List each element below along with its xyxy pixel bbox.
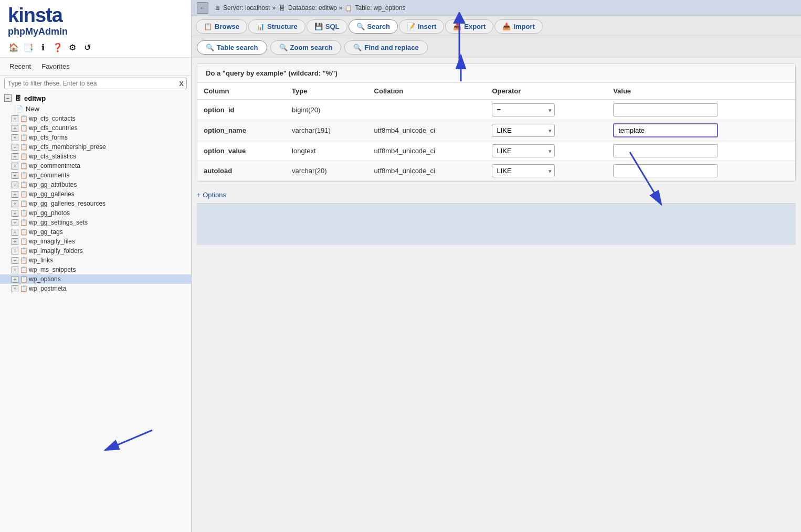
toolbar-tab-export[interactable]: 📤Export — [445, 19, 493, 34]
col-header-value: Value — [607, 83, 795, 100]
options-link[interactable]: + Options — [197, 187, 796, 203]
toolbar: 📋Browse📊Structure💾SQL🔍Search📝Insert📤Expo… — [192, 16, 801, 37]
toolbar-tab-structure[interactable]: 📊Structure — [248, 19, 305, 34]
sidebar-item-wp_links[interactable]: + 📋 wp_links — [0, 256, 191, 265]
toolbar-tab-label: Export — [464, 23, 486, 30]
table-name-label: wp_gg_tags — [29, 228, 63, 236]
filter-input[interactable] — [4, 78, 187, 89]
table-body: option_idbigint(20)=!=LIKELIKE %...%NOT … — [197, 100, 795, 181]
subtab-label: Zoom search — [290, 44, 333, 51]
expand-icon: + — [12, 144, 18, 151]
logo-area: kinsta phpMyAdmin 🏠 📑 ℹ ❓ ⚙ ↺ — [0, 0, 191, 58]
table-icon: 📋 — [20, 275, 27, 283]
operator-select-wrapper: =!=LIKELIKE %...%NOT LIKEREGEXPREGEXP ^.… — [492, 164, 555, 177]
insert-icon: 📝 — [407, 23, 415, 30]
table-name-label: wp_gg_settings_sets — [29, 219, 88, 226]
export-icon: 📤 — [453, 23, 461, 30]
subtab-search-icon: 🔍 — [206, 44, 214, 51]
cell-collation: utf8mb4_unicode_ci — [368, 141, 486, 161]
cell-operator: =!=LIKELIKE %...%NOT LIKEREGEXPREGEXP ^.… — [486, 120, 607, 141]
subtab-zoom_search[interactable]: 🔍Zoom search — [270, 40, 342, 55]
value-input-option_value[interactable] — [613, 144, 718, 157]
table-name-label: wp_links — [29, 257, 53, 264]
cell-value — [607, 141, 795, 161]
expand-icon: + — [12, 200, 18, 207]
refresh-icon[interactable]: ↺ — [81, 41, 93, 53]
new-item[interactable]: 📄 New — [0, 104, 191, 114]
database-icon: 🗄 — [14, 94, 22, 102]
table-icon: 📋 — [20, 124, 27, 132]
sidebar-item-wp_cfs_countries[interactable]: + 📋 wp_cfs_countries — [0, 123, 191, 133]
sidebar-item-wp_imagify_folders[interactable]: + 📋 wp_imagify_folders — [0, 246, 191, 256]
operator-select-wrapper: =!=LIKELIKE %...%NOT LIKEREGEXPREGEXP ^.… — [492, 103, 555, 116]
recent-tab[interactable]: Recent — [4, 61, 36, 72]
sql-icon: 💾 — [314, 23, 323, 30]
query-box: Do a "query by example" (wildcard: "%") … — [197, 63, 796, 182]
sidebar-item-wp_gg_tags[interactable]: + 📋 wp_gg_tags — [0, 227, 191, 237]
sidebar-item-wp_gg_photos[interactable]: + 📋 wp_gg_photos — [0, 208, 191, 218]
table-row: option_idbigint(20)=!=LIKELIKE %...%NOT … — [197, 100, 795, 120]
toolbar-tab-browse[interactable]: 📋Browse — [196, 19, 247, 34]
expand-icon: + — [12, 285, 18, 292]
sidebar-item-wp_commentmeta[interactable]: + 📋 wp_commentmeta — [0, 161, 191, 171]
database-name: editwp — [24, 94, 46, 102]
cell-type: longtext — [286, 141, 368, 161]
subtab-table_search[interactable]: 🔍Table search — [197, 40, 267, 55]
table-icon: 📋 — [20, 228, 27, 236]
toolbar-tab-label: Import — [513, 23, 534, 30]
table-row: option_valuelongtextutf8mb4_unicode_ci=!… — [197, 141, 795, 161]
operator-select-autoload[interactable]: =!=LIKELIKE %...%NOT LIKEREGEXPREGEXP ^.… — [492, 164, 555, 177]
value-input-autoload[interactable] — [613, 164, 718, 177]
sidebar-item-wp_gg_galleries_resources[interactable]: + 📋 wp_gg_galleries_resources — [0, 199, 191, 208]
toolbar-tab-sql[interactable]: 💾SQL — [307, 19, 347, 34]
favorites-tab[interactable]: Favorites — [36, 61, 75, 72]
bookmark-icon[interactable]: 📑 — [23, 41, 34, 53]
help-icon[interactable]: ❓ — [52, 41, 64, 53]
table-icon: 📋 — [20, 172, 27, 179]
table-name-label: wp_cfs_countries — [29, 124, 78, 132]
operator-select-option_id[interactable]: =!=LIKELIKE %...%NOT LIKEREGEXPREGEXP ^.… — [492, 103, 555, 116]
expand-icon: + — [12, 276, 18, 283]
col-header-type: Type — [286, 83, 368, 100]
table-icon: 📋 — [20, 153, 27, 160]
sidebar-item-wp_options[interactable]: + 📋 wp_options — [0, 274, 191, 284]
sidebar-item-wp_cfs_membership_prese[interactable]: + 📋 wp_cfs_membership_prese — [0, 142, 191, 152]
toolbar-tab-label: Search — [367, 23, 390, 30]
table-name-label: wp_gg_galleries_resources — [29, 200, 106, 207]
info-icon[interactable]: ℹ — [37, 41, 49, 53]
settings-icon[interactable]: ⚙ — [67, 41, 78, 53]
operator-select-option_value[interactable]: =!=LIKELIKE %...%NOT LIKEREGEXPREGEXP ^.… — [492, 144, 555, 157]
sidebar-item-wp_gg_attributes[interactable]: + 📋 wp_gg_attributes — [0, 180, 191, 189]
sidebar-item-wp_cfs_forms[interactable]: + 📋 wp_cfs_forms — [0, 133, 191, 142]
sidebar-item-wp_gg_settings_sets[interactable]: + 📋 wp_gg_settings_sets — [0, 218, 191, 227]
cell-column: option_name — [197, 120, 286, 141]
toolbar-tab-label: Structure — [267, 23, 298, 30]
toolbar-tab-insert[interactable]: 📝Insert — [399, 19, 444, 34]
database-root[interactable]: − 🗄 editwp — [0, 92, 191, 104]
sidebar-item-wp_comments[interactable]: + 📋 wp_comments — [0, 171, 191, 180]
table-icon: 📋 — [20, 209, 27, 217]
sidebar-item-wp_ms_snippets[interactable]: + 📋 wp_ms_snippets — [0, 265, 191, 274]
filter-clear-button[interactable]: X — [179, 80, 184, 88]
toolbar-tab-search[interactable]: 🔍Search — [349, 19, 398, 34]
back-button[interactable]: ← — [197, 2, 208, 14]
table-icon: 📋 — [20, 115, 27, 122]
toolbar-tab-import[interactable]: 📥Import — [494, 19, 542, 34]
value-input-option_name[interactable] — [613, 123, 718, 137]
subtab-find_replace[interactable]: 🔍Find and replace — [344, 40, 427, 55]
sidebar-item-wp_postmeta[interactable]: + 📋 wp_postmeta — [0, 284, 191, 293]
sidebar-item-wp_imagify_files[interactable]: + 📋 wp_imagify_files — [0, 237, 191, 246]
sidebar-item-wp_gg_galleries[interactable]: + 📋 wp_gg_galleries — [0, 189, 191, 199]
table-name-label: wp_imagify_folders — [29, 247, 83, 254]
cell-column: autoload — [197, 161, 286, 181]
value-input-option_id[interactable] — [613, 103, 718, 116]
operator-select-option_name[interactable]: =!=LIKELIKE %...%NOT LIKEREGEXPREGEXP ^.… — [492, 124, 555, 137]
sidebar-item-wp_cfs_statistics[interactable]: + 📋 wp_cfs_statistics — [0, 152, 191, 161]
import-icon: 📥 — [502, 23, 511, 30]
table-icon: 📋 — [20, 143, 27, 151]
cell-column: option_value — [197, 141, 286, 161]
col-header-collation: Collation — [368, 83, 486, 100]
subtab-search-icon: 🔍 — [279, 44, 288, 51]
sidebar-item-wp_cfs_contacts[interactable]: + 📋 wp_cfs_contacts — [0, 114, 191, 123]
home-icon[interactable]: 🏠 — [8, 41, 19, 53]
